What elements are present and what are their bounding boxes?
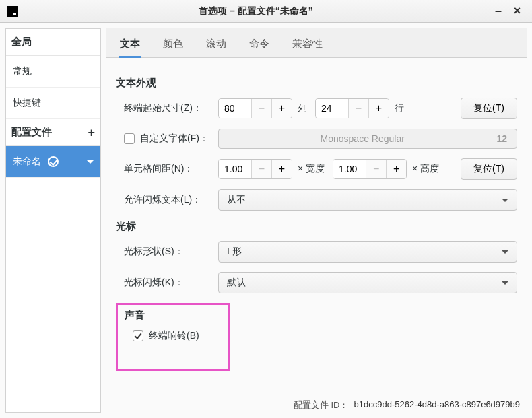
add-profile-icon[interactable]: + <box>88 128 95 137</box>
tab-text[interactable]: 文本 <box>119 31 141 58</box>
tab-scroll[interactable]: 滚动 <box>205 31 228 57</box>
custom-font-checkbox[interactable] <box>124 133 135 144</box>
titlebar: 首选项 – 配置文件“未命名” – × <box>0 0 532 23</box>
chevron-down-icon <box>502 250 508 254</box>
rows-stepper[interactable]: − + <box>315 98 389 118</box>
rows-plus[interactable]: + <box>368 99 389 118</box>
tab-color[interactable]: 颜色 <box>162 31 185 57</box>
font-size: 12 <box>496 133 507 144</box>
cellheight-unit: × 高度 <box>412 163 439 175</box>
cellwidth-unit: × 宽度 <box>298 163 325 175</box>
cursor-shape-combo[interactable]: I 形 <box>218 241 517 263</box>
cellwidth-stepper[interactable]: − + <box>218 159 292 179</box>
font-chooser-button: Monospace Regular 12 <box>218 129 517 149</box>
columns-input[interactable] <box>219 99 251 118</box>
section-cursor-heading: 光标 <box>116 220 517 233</box>
font-name: Monospace Regular <box>228 133 496 144</box>
sidebar-profiles-header: 配置文件 + <box>6 119 100 146</box>
section-appearance-heading: 文本外观 <box>116 77 517 90</box>
profile-menu-caret-icon[interactable] <box>87 160 94 164</box>
profile-id-label: 配置文件 ID： <box>294 399 349 411</box>
close-button[interactable]: × <box>509 3 525 20</box>
blink-text-value: 从不 <box>227 194 502 206</box>
content-area: 文本 颜色 滚动 命令 兼容性 文本外观 终端起始尺寸(Z)： − + 列 − <box>106 28 527 413</box>
blink-text-label: 允许闪烁文本(L)： <box>124 194 218 206</box>
blink-text-combo[interactable]: 从不 <box>218 189 517 211</box>
chevron-down-icon <box>502 281 508 285</box>
sidebar-item-general[interactable]: 常规 <box>6 56 100 88</box>
sidebar-profiles-label: 配置文件 <box>11 126 52 139</box>
tab-compat[interactable]: 兼容性 <box>291 31 324 57</box>
cell-spacing-label: 单元格间距(N)： <box>124 163 218 175</box>
sidebar-profile-name: 未命名 <box>13 155 41 168</box>
chevron-down-icon <box>502 199 508 202</box>
reset-spacing-button[interactable]: 复位(T) <box>461 158 517 180</box>
sidebar-item-shortcuts[interactable]: 快捷键 <box>6 88 100 119</box>
rows-input[interactable] <box>316 99 348 118</box>
window-title: 首选项 – 配置文件“未命名” <box>199 5 313 18</box>
custom-font-label: 自定义字体(F)： <box>140 133 209 145</box>
cellwidth-minus: − <box>251 160 271 178</box>
sidebar: 全局 常规 快捷键 配置文件 + 未命名 <box>5 28 101 413</box>
columns-minus[interactable]: − <box>251 99 271 118</box>
cellwidth-input[interactable] <box>219 160 251 178</box>
cursor-blink-label: 光标闪烁(K)： <box>124 277 218 289</box>
rows-unit: 行 <box>395 102 404 114</box>
cellheight-plus[interactable]: + <box>386 160 406 178</box>
initial-size-label: 终端起始尺寸(Z)： <box>124 102 218 114</box>
cellwidth-plus[interactable]: + <box>271 160 292 178</box>
reset-size-button[interactable]: 复位(T) <box>461 98 517 119</box>
profile-id-value: b1dcc9dd-5262-4d8d-a863-c897e6d979b9 <box>354 399 521 411</box>
columns-stepper[interactable]: − + <box>218 98 292 118</box>
columns-unit: 列 <box>298 102 307 114</box>
terminal-app-icon <box>7 6 18 17</box>
cellheight-input[interactable] <box>333 160 366 178</box>
sound-highlight-box: 声音 终端响铃(B) <box>116 303 230 371</box>
sidebar-global-label: 全局 <box>11 36 32 48</box>
section-sound-heading: 声音 <box>125 309 222 322</box>
footer: 配置文件 ID： b1dcc9dd-5262-4d8d-a863-c897e6d… <box>106 396 527 413</box>
tab-command[interactable]: 命令 <box>248 31 271 57</box>
cursor-blink-combo[interactable]: 默认 <box>218 272 517 293</box>
active-profile-check-icon <box>48 156 59 167</box>
terminal-bell-label: 终端响铃(B) <box>149 330 199 342</box>
terminal-bell-checkbox[interactable] <box>133 330 143 341</box>
cursor-shape-label: 光标形状(S)： <box>124 246 218 258</box>
minimize-button[interactable]: – <box>490 3 506 20</box>
rows-minus[interactable]: − <box>348 99 368 118</box>
sidebar-item-profile-selected[interactable]: 未命名 <box>6 146 100 178</box>
cursor-shape-value: I 形 <box>227 246 502 258</box>
cellheight-stepper[interactable]: − + <box>333 159 407 179</box>
cellheight-minus: − <box>366 160 386 178</box>
tabs-bar: 文本 颜色 滚动 命令 兼容性 <box>106 28 527 58</box>
sidebar-global-header: 全局 <box>6 29 100 56</box>
cursor-blink-value: 默认 <box>227 277 502 289</box>
columns-plus[interactable]: + <box>271 99 292 118</box>
